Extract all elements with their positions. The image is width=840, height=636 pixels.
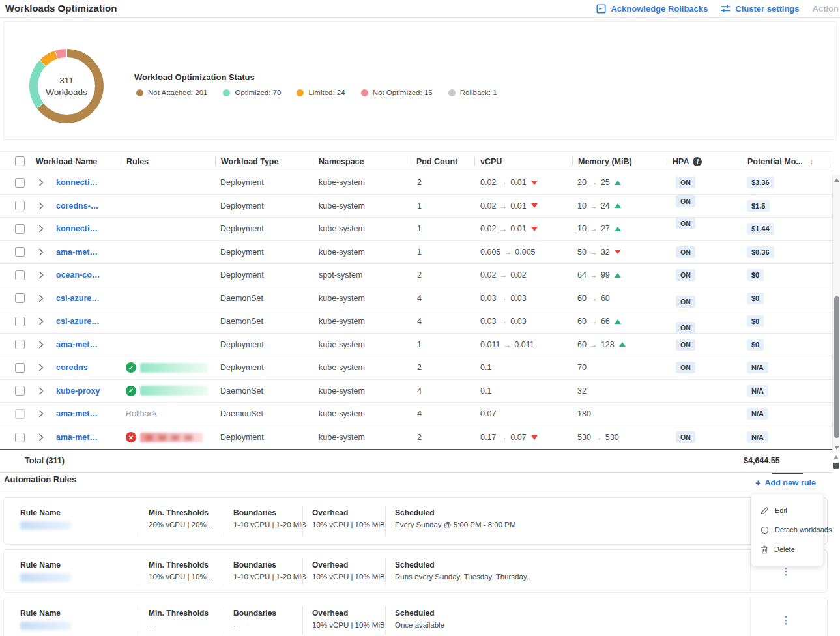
- row-checkbox[interactable]: [15, 340, 25, 349]
- namespace-cell: kube-system: [313, 363, 411, 372]
- potential-cell: $3.36: [742, 177, 832, 188]
- sort-descending-icon[interactable]: ↓: [809, 156, 814, 166]
- table-row: konnecti… Deployment kube-system 1 0.02→…: [0, 218, 832, 241]
- row-checkbox[interactable]: [15, 201, 25, 210]
- table-header: Workload Name Rules Workload Type Namesp…: [0, 151, 832, 171]
- workload-name-link[interactable]: ocean-co…: [52, 270, 100, 280]
- workload-name-link[interactable]: ama-met…: [52, 248, 98, 257]
- chevron-right-icon[interactable]: [38, 295, 44, 302]
- menu-item-edit[interactable]: Edit: [751, 500, 823, 520]
- min-thresholds-value: 20% vCPU | 20%...: [149, 521, 212, 528]
- workload-name-link[interactable]: csi-azure…: [52, 294, 100, 303]
- column-separator: [224, 558, 224, 585]
- checkbox-cell: [0, 270, 30, 280]
- trend-down-icon: [615, 250, 621, 254]
- actions-button[interactable]: Action: [813, 4, 839, 14]
- namespace-cell: spot-system: [313, 270, 411, 280]
- potential-savings-badge: N/A: [747, 385, 768, 397]
- workload-name-link[interactable]: ama-met…: [52, 340, 98, 349]
- chevron-right-icon[interactable]: [38, 179, 44, 186]
- trend-down-icon: [531, 203, 538, 208]
- column-separator: [224, 606, 224, 635]
- menu-item-detach-workloads[interactable]: Detach workloads: [751, 520, 823, 540]
- scroll-up-arrow[interactable]: [834, 178, 839, 182]
- table-vertical-scrollbar[interactable]: [832, 175, 840, 453]
- acknowledge-rollbacks-button[interactable]: Acknowledge Rollbacks: [596, 4, 708, 14]
- row-checkbox[interactable]: [15, 386, 25, 396]
- row-checkbox[interactable]: [15, 293, 25, 303]
- workload-name-link[interactable]: ama-met…: [52, 409, 98, 418]
- col-hpa[interactable]: HPAi: [667, 152, 742, 171]
- memory-cell: 50→32: [572, 248, 667, 257]
- horizontal-scrollbar-thumb[interactable]: [772, 473, 803, 474]
- row-checkbox[interactable]: [15, 433, 25, 442]
- col-workload-name[interactable]: Workload Name: [30, 152, 121, 171]
- row-checkbox[interactable]: [15, 270, 25, 280]
- namespace-cell: kube-system: [313, 433, 411, 442]
- add-new-rule-button[interactable]: + Add new rule: [755, 477, 816, 488]
- vcpu-cell: 0.02→0.02: [474, 270, 572, 280]
- potential-savings-badge: N/A: [747, 362, 768, 373]
- col-rules[interactable]: Rules: [121, 152, 215, 171]
- workload-name-link[interactable]: konnecti…: [52, 224, 98, 233]
- error-circle-icon: ✕: [126, 432, 136, 442]
- row-checkbox[interactable]: [15, 178, 25, 188]
- workload-name-cell: ama-met…: [52, 409, 121, 418]
- table-row: ama-met… Deployment kube-system 1 0.005→…: [0, 241, 832, 265]
- workload-name-link[interactable]: konnecti…: [52, 178, 98, 187]
- menu-item-delete[interactable]: Delete: [751, 540, 823, 559]
- workload-name-link[interactable]: coredns-…: [52, 201, 98, 210]
- scheduled-value: Once available: [395, 621, 444, 629]
- potential-savings-badge: $0: [747, 315, 764, 327]
- row-checkbox[interactable]: [15, 224, 25, 234]
- chevron-right-icon[interactable]: [38, 248, 44, 256]
- col-vcpu[interactable]: vCPU: [474, 152, 572, 171]
- workload-name-link[interactable]: coredns: [52, 363, 88, 372]
- info-icon[interactable]: i: [693, 157, 702, 166]
- row-checkbox[interactable]: [15, 363, 25, 373]
- table-row: konnecti… Deployment kube-system 2 0.02→…: [0, 171, 832, 195]
- scheduled-value: Every Sunday @ 5:00 PM - 8:00 PM: [395, 521, 516, 528]
- chevron-right-icon[interactable]: [38, 364, 44, 371]
- chevron-right-icon[interactable]: [38, 387, 44, 395]
- chevron-right-icon[interactable]: [38, 225, 44, 233]
- row-checkbox[interactable]: [15, 409, 25, 419]
- chevron-right-icon[interactable]: [38, 317, 44, 325]
- scroll-down-arrow[interactable]: [834, 446, 839, 450]
- workload-name-link[interactable]: ama-met…: [52, 433, 98, 442]
- chevron-right-icon[interactable]: [38, 271, 44, 279]
- chevron-right-icon[interactable]: [38, 433, 44, 441]
- legend-label: Rollback: 1: [460, 89, 497, 96]
- workload-name-link[interactable]: csi-azure…: [52, 317, 100, 326]
- boundaries-block: Boundaries --: [233, 609, 276, 629]
- mini-scroll-up-arrow[interactable]: [833, 455, 839, 459]
- kebab-menu-icon[interactable]: ⋮: [779, 566, 792, 577]
- potential-cell: $1.5: [742, 200, 832, 212]
- expand-cell: [30, 295, 52, 302]
- cluster-settings-button[interactable]: Cluster settings: [721, 4, 799, 14]
- checkbox-cell: [0, 224, 30, 234]
- chevron-right-icon[interactable]: [38, 341, 44, 349]
- col-potential-savings[interactable]: Potential Mo...↓: [742, 152, 832, 171]
- col-workload-type[interactable]: Workload Type: [215, 152, 313, 171]
- row-checkbox[interactable]: [15, 247, 25, 257]
- row-checkbox[interactable]: [15, 317, 25, 326]
- pencil-icon: [760, 506, 769, 515]
- workload-name-link[interactable]: kube-proxy: [52, 386, 100, 396]
- column-separator: [385, 506, 386, 536]
- pod-count-cell: 4: [411, 409, 474, 418]
- col-namespace[interactable]: Namespace: [313, 152, 411, 171]
- col-memory[interactable]: Memory (MiB): [572, 152, 667, 171]
- scrollbar-thumb[interactable]: [834, 296, 839, 438]
- kebab-menu-icon[interactable]: ⋮: [779, 614, 792, 626]
- memory-cell: 70: [572, 363, 667, 372]
- vcpu-cell: 0.02→0.01: [474, 178, 572, 187]
- chevron-right-icon[interactable]: [38, 410, 44, 418]
- namespace-cell: kube-system: [313, 340, 411, 349]
- actions-label: Action: [813, 4, 839, 14]
- col-pod-count[interactable]: Pod Count: [411, 152, 474, 171]
- select-all-checkbox[interactable]: [15, 156, 25, 166]
- memory-cell: 10→24: [572, 201, 667, 210]
- hpa-on-badge: ON: [676, 218, 695, 229]
- chevron-right-icon[interactable]: [38, 202, 44, 210]
